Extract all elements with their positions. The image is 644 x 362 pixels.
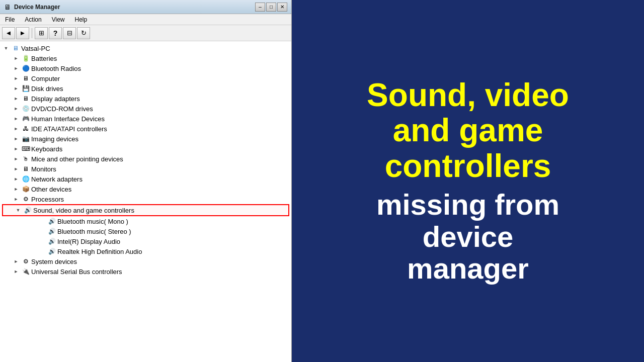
menu-file[interactable]: File (0, 15, 20, 24)
monitors-item[interactable]: ► 🖥 Monitors (0, 164, 291, 174)
processors-label: Processors (31, 196, 64, 203)
keyboards-expand[interactable]: ► (12, 145, 20, 153)
toolbar: ◄ ► ⊞ ? ⊟ ↻ (0, 25, 291, 41)
menu-bar: File Action View Help (0, 14, 291, 25)
hid-icon: 🎮 (22, 115, 30, 123)
monitors-label: Monitors (31, 165, 56, 173)
menu-view[interactable]: View (47, 15, 70, 24)
sound-controllers-highlight: ▼ 🔊 Sound, video and game controllers (2, 204, 289, 216)
computer-item[interactable]: ► 🖥 Computer (0, 73, 291, 83)
system-devices-item[interactable]: ► ⚙ System devices (0, 256, 291, 266)
device-tree[interactable]: ▼ 🖥 Vatsal-PC ► 🔋 Batteries ► 🔵 Bluetoot… (0, 41, 291, 362)
realtek-label: Realtek High Definition Audio (57, 248, 142, 255)
tree-root-item[interactable]: ▼ 🖥 Vatsal-PC (0, 43, 291, 53)
uninstall-button[interactable]: ⊟ (63, 27, 76, 39)
intel-audio-icon: 🔊 (48, 237, 56, 245)
keyboards-item[interactable]: ► ⌨ Keyboards (0, 144, 291, 154)
title-bar: 🖥 Device Manager – □ ✕ (0, 0, 291, 14)
computer-icon: 🖥 (12, 44, 20, 52)
usb-expand[interactable]: ► (12, 267, 20, 276)
computer-label: Computer (31, 75, 60, 82)
bt-stereo-item[interactable]: 🔊 Bluetooth music( Stereo ) (0, 226, 291, 236)
right-panel-subtitle: missing from device manager (376, 189, 559, 285)
batteries-label: Batteries (31, 55, 57, 62)
display-icon: 🖥 (22, 95, 30, 103)
disk-expand[interactable]: ► (12, 84, 20, 93)
title-bar-text: Device Manager (14, 4, 60, 11)
ide-label: IDE ATA/ATAPI controllers (31, 125, 107, 133)
bluetooth-icon: 🔵 (22, 64, 30, 72)
hid-item[interactable]: ► 🎮 Human Interface Devices (0, 114, 291, 124)
display-expand[interactable]: ► (12, 95, 20, 103)
sound-icon: 🔊 (24, 206, 32, 214)
mouse-icon: 🖱 (22, 155, 30, 163)
menu-help[interactable]: Help (70, 15, 93, 24)
batteries-expand[interactable]: ► (12, 54, 20, 62)
sound-controllers-item[interactable]: ▼ 🔊 Sound, video and game controllers (3, 205, 288, 215)
properties-button[interactable]: ⊞ (35, 27, 48, 39)
ide-expand[interactable]: ► (12, 125, 20, 133)
batteries-item[interactable]: ► 🔋 Batteries (0, 53, 291, 63)
back-button[interactable]: ◄ (2, 27, 15, 39)
display-label: Display adapters (31, 95, 80, 103)
system-label: System devices (31, 258, 77, 265)
help-button[interactable]: ? (49, 27, 62, 39)
usb-icon: 🔌 (22, 267, 30, 276)
root-expand-icon[interactable]: ▼ (2, 44, 10, 52)
close-button[interactable]: ✕ (277, 3, 287, 12)
imaging-item[interactable]: ► 📷 Imaging devices (0, 134, 291, 144)
dvd-item[interactable]: ► 💿 DVD/CD-ROM drives (0, 104, 291, 114)
mice-item[interactable]: ► 🖱 Mice and other pointing devices (0, 154, 291, 164)
bt-mono-item[interactable]: 🔊 Bluetooth music( Mono ) (0, 216, 291, 226)
minimize-button[interactable]: – (255, 3, 265, 12)
refresh-button[interactable]: ↻ (77, 27, 90, 39)
computer-device-icon: 🖥 (22, 74, 30, 82)
system-expand[interactable]: ► (12, 257, 20, 265)
bluetooth-radios-item[interactable]: ► 🔵 Bluetooth Radios (0, 63, 291, 73)
usb-item[interactable]: ► 🔌 Universal Serial Bus controllers (0, 266, 291, 277)
system-icon: ⚙ (22, 257, 30, 265)
bt-mono-expand (38, 217, 46, 225)
intel-audio-expand (38, 237, 46, 245)
processors-item[interactable]: ► ⚙ Processors (0, 194, 291, 204)
other-devices-item[interactable]: ► 📦 Other devices (0, 184, 291, 194)
network-expand[interactable]: ► (12, 175, 20, 183)
other-expand[interactable]: ► (12, 185, 20, 193)
display-adapters-item[interactable]: ► 🖥 Display adapters (0, 94, 291, 104)
disk-drives-item[interactable]: ► 💾 Disk drives (0, 83, 291, 94)
right-panel-title: Sound, video and game controllers (367, 77, 569, 184)
disk-label: Disk drives (31, 85, 63, 93)
intel-audio-label: Intel(R) Display Audio (57, 238, 120, 245)
maximize-button[interactable]: □ (266, 3, 276, 12)
network-item[interactable]: ► 🌐 Network adapters (0, 174, 291, 184)
dvd-label: DVD/CD-ROM drives (31, 105, 93, 113)
bluetooth-expand[interactable]: ► (12, 64, 20, 72)
processors-expand[interactable]: ► (12, 195, 20, 203)
intel-audio-item[interactable]: 🔊 Intel(R) Display Audio (0, 236, 291, 246)
computer-expand[interactable]: ► (12, 74, 20, 82)
title-line1: Sound, video (367, 77, 569, 113)
realtek-item[interactable]: 🔊 Realtek High Definition Audio (0, 246, 291, 256)
monitors-expand[interactable]: ► (12, 165, 20, 173)
imaging-expand[interactable]: ► (12, 135, 20, 143)
root-label: Vatsal-PC (21, 45, 50, 52)
device-manager-panel: 🖥 Device Manager – □ ✕ File Action View … (0, 0, 292, 362)
imaging-label: Imaging devices (31, 135, 78, 143)
subtitle-line5: device (423, 220, 514, 253)
ide-item[interactable]: ► 🖧 IDE ATA/ATAPI controllers (0, 124, 291, 134)
network-icon: 🌐 (22, 175, 30, 183)
ide-icon: 🖧 (22, 125, 30, 133)
mice-expand[interactable]: ► (12, 155, 20, 163)
hid-expand[interactable]: ► (12, 115, 20, 123)
forward-button[interactable]: ► (16, 27, 29, 39)
subtitle-line6: manager (407, 252, 529, 285)
dvd-expand[interactable]: ► (12, 105, 20, 113)
title-line2: and game (393, 112, 543, 148)
sound-expand[interactable]: ▼ (14, 206, 22, 214)
menu-action[interactable]: Action (20, 15, 46, 24)
batteries-icon: 🔋 (22, 54, 30, 62)
network-label: Network adapters (31, 175, 83, 183)
bt-stereo-icon: 🔊 (48, 227, 56, 235)
title-line3: controllers (385, 148, 551, 184)
info-panel: Sound, video and game controllers missin… (292, 0, 644, 362)
